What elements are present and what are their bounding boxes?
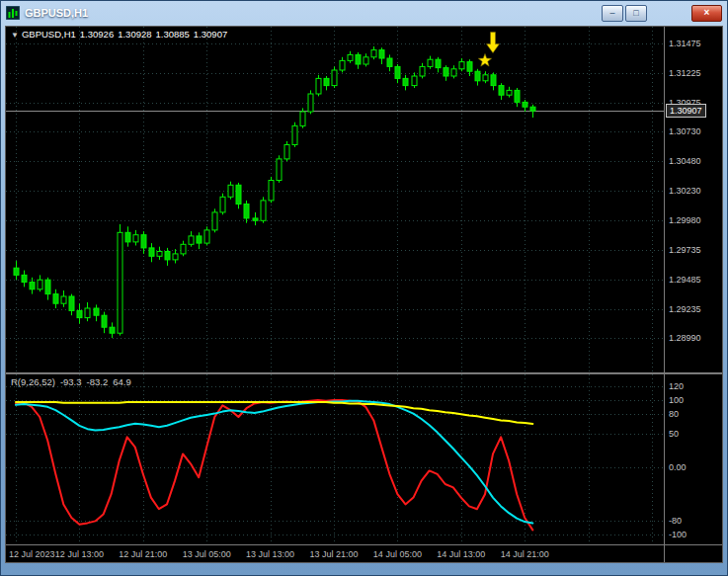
main-chart-canvas[interactable]	[6, 27, 664, 372]
arrow-down-annotation[interactable]	[487, 33, 500, 53]
close-value: 1.30907	[194, 29, 227, 40]
indicator-header: R(9,26,52)-93.3-83.264.9	[11, 376, 136, 387]
window-titlebar[interactable]: GBPUSD,H1 – □ ×	[1, 1, 727, 25]
yellow-line	[16, 402, 532, 424]
indicator-axis-label: 100	[669, 396, 684, 405]
price-axis-label: 1.31475	[669, 40, 701, 48]
time-axis-label: 14 Jul 21:00	[501, 549, 549, 559]
star-annotation[interactable]	[478, 53, 491, 66]
chart-content: ▼GBPUSD,H11.309261.309281.308851.30907 1…	[5, 26, 723, 563]
low-value: 1.30885	[156, 29, 190, 40]
price-axis-label: 1.29485	[669, 275, 701, 284]
time-axis-label: 13 Jul 13:00	[246, 549, 294, 559]
price-axis-label: 1.30730	[669, 127, 701, 136]
indicator-axis-label: 0.00	[669, 463, 687, 472]
price-axis-label: 1.30480	[669, 157, 701, 166]
red-line	[16, 400, 532, 530]
bid-price-tag: 1.30907	[666, 104, 706, 118]
time-axis-label: 14 Jul 05:00	[373, 549, 422, 559]
time-axis-label: 12 Jul 2023	[9, 549, 55, 559]
indicator-axis-label: 50	[669, 430, 679, 439]
ohlc-header: ▼GBPUSD,H11.309261.309281.308851.30907	[11, 29, 231, 40]
mt4-chart-window: GBPUSD,H1 – □ × ▼GBPUSD,H11.309261.30928…	[0, 0, 728, 576]
indicator-axis-label: 120	[669, 382, 684, 391]
window-controls: – □ ×	[600, 5, 722, 22]
indicator-name: R(9,26,52)	[11, 376, 55, 387]
indicator-axis-label: -100	[669, 531, 687, 539]
one-click-trading-arrow[interactable]: ▼	[11, 31, 19, 40]
price-axis-label: 1.29980	[669, 216, 701, 225]
time-axis[interactable]: 12 Jul 202312 Jul 13:0012 Jul 21:0013 Ju…	[6, 544, 722, 563]
indicator-canvas[interactable]	[6, 374, 664, 544]
indicator-pane[interactable]: R(9,26,52)-93.3-83.264.9 12010080500.00-…	[6, 374, 722, 544]
price-axis-label: 1.28990	[669, 334, 701, 343]
close-button[interactable]: ×	[691, 5, 722, 22]
window-title: GBPUSD,H1	[25, 7, 88, 19]
symbol-label: GBPUSD,H1	[22, 29, 76, 40]
indicator-value-1: -93.3	[60, 376, 82, 387]
time-axis-label: 12 Jul 21:00	[119, 549, 167, 559]
time-axis-label: 13 Jul 21:00	[309, 549, 358, 559]
price-axis-separator	[664, 27, 665, 562]
chart-icon	[6, 6, 20, 20]
cyan-line	[16, 401, 532, 524]
indicator-axis-label: -80	[669, 517, 682, 526]
maximize-button[interactable]: □	[625, 5, 647, 22]
high-value: 1.30928	[118, 29, 151, 40]
price-axis-label: 1.31225	[669, 68, 701, 77]
price-axis-label: 1.30230	[669, 187, 701, 196]
price-axis-label: 1.29735	[669, 245, 701, 254]
minimize-button[interactable]: –	[602, 5, 623, 22]
price-axis-label: 1.29235	[669, 304, 701, 313]
open-value: 1.30926	[80, 29, 114, 40]
time-axis-label: 12 Jul 13:00	[55, 549, 104, 559]
time-axis-label: 13 Jul 05:00	[183, 549, 231, 559]
time-axis-label: 14 Jul 13:00	[437, 549, 485, 559]
main-chart-pane[interactable]: ▼GBPUSD,H11.309261.309281.308851.30907 1…	[6, 27, 722, 372]
indicator-value-2: -83.2	[87, 376, 109, 387]
indicator-axis-label: 80	[669, 409, 679, 418]
indicator-value-3: 64.9	[113, 376, 131, 387]
